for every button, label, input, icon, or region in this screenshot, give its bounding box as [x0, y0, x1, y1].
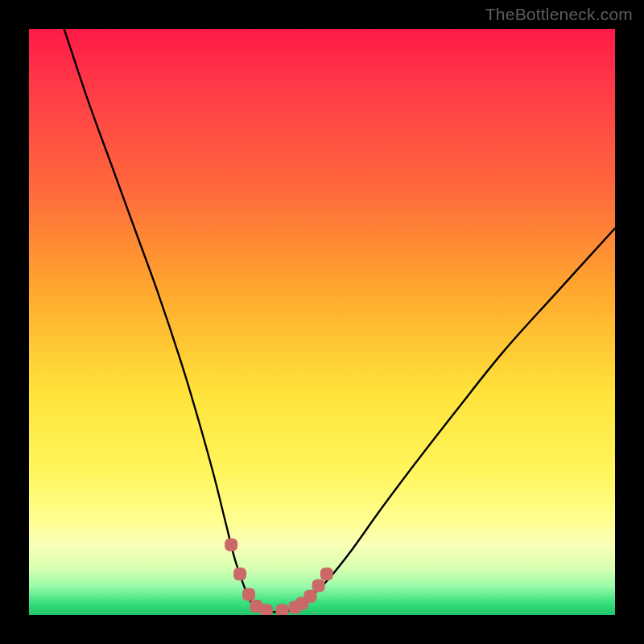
highlight-marker: [233, 568, 246, 580]
curve-group: [64, 29, 615, 612]
bottleneck-curve: [64, 29, 615, 612]
chart-svg: [29, 29, 615, 615]
marker-group: [225, 539, 333, 615]
highlight-marker: [260, 604, 273, 615]
highlight-marker: [242, 588, 255, 601]
highlight-marker: [320, 568, 333, 580]
chart-frame: TheBottleneck.com: [0, 0, 644, 644]
watermark-text: TheBottleneck.com: [485, 5, 633, 24]
highlight-marker: [303, 590, 316, 603]
highlight-marker: [276, 604, 289, 615]
highlight-marker: [225, 539, 237, 551]
highlight-marker: [312, 580, 325, 592]
